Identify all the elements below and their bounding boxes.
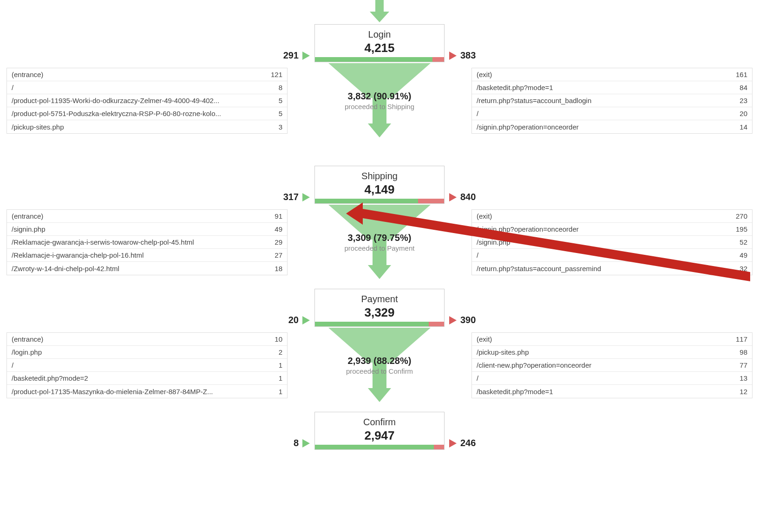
row-value: 77 <box>735 361 747 369</box>
outflow-value: 383 <box>460 50 476 61</box>
entry-arrow-icon <box>368 0 391 25</box>
outflow-count: 390 <box>449 315 476 325</box>
outflow-value: 390 <box>460 315 476 325</box>
arrow-right-green-icon <box>302 193 310 201</box>
arrow-right-red-icon <box>449 439 457 448</box>
outflow-table: (exit)161/basketedit.php?mode=184/return… <box>471 68 752 134</box>
funnel-node: Shipping4,149 <box>314 166 445 204</box>
inflow-count: 317 <box>283 192 310 202</box>
table-row[interactable]: /Reklamacje-gwarancja-i-serwis-towarow-c… <box>7 236 287 249</box>
outflow-count: 246 <box>449 438 476 448</box>
row-path: / <box>477 374 478 382</box>
table-row[interactable]: /pickup-sites.php3 <box>7 120 287 133</box>
inflow-value: 8 <box>294 438 299 448</box>
row-value: 23 <box>735 97 747 104</box>
funnel-diagram: Login4,215291383(entrance)121/8/product-… <box>0 0 759 532</box>
row-value: 117 <box>731 335 747 343</box>
table-row[interactable]: /signin.php?operation=onceorder195 <box>472 223 752 236</box>
svg-marker-3 <box>368 123 391 137</box>
node-count: 4,149 <box>320 182 439 197</box>
arrow-right-red-icon <box>449 316 457 324</box>
row-value: 84 <box>735 84 747 91</box>
proceed-label: proceeded to Shipping <box>319 103 440 110</box>
outflow-value: 840 <box>460 192 476 202</box>
proceed-count: 2,939 (88.28%) <box>319 356 440 366</box>
row-value: 29 <box>270 238 282 246</box>
table-row[interactable]: /product-pol-5751-Poduszka-elektryczna-R… <box>7 107 287 120</box>
funnel-connector: 2,939 (88.28%) proceeded to Confirm <box>324 328 435 407</box>
table-row[interactable]: /signin.php52 <box>472 236 752 249</box>
proceed-label: proceeded to Payment <box>319 244 440 252</box>
table-row[interactable]: /Zwroty-w-14-dni-chelp-pol-42.html18 <box>7 262 287 275</box>
funnel-node: Confirm2,947 <box>314 412 445 450</box>
table-row[interactable]: (entrance)121 <box>7 68 287 81</box>
svg-marker-0 <box>370 0 389 22</box>
table-row[interactable]: /client-new.php?operation=onceorder77 <box>472 359 752 372</box>
row-path: /signin.php <box>477 238 510 246</box>
row-path: /product-pol-17135-Maszynka-do-mielenia-… <box>12 388 213 396</box>
table-row[interactable]: /pickup-sites.php98 <box>472 346 752 359</box>
table-row[interactable]: (exit)161 <box>472 68 752 81</box>
row-value: 98 <box>735 348 747 356</box>
row-path: / <box>12 84 13 91</box>
table-row[interactable]: /return.php?status=account_passremind32 <box>472 262 752 275</box>
table-row[interactable]: /basketedit.php?mode=184 <box>472 81 752 94</box>
row-path: /Zwroty-w-14-dni-chelp-pol-42.html <box>12 265 119 272</box>
proportion-bar <box>315 57 444 62</box>
node-title: Payment <box>320 294 439 305</box>
outflow-value: 246 <box>460 438 476 448</box>
table-row[interactable]: /8 <box>7 81 287 94</box>
table-row[interactable]: /signin.php49 <box>7 223 287 236</box>
table-row[interactable]: /login.php2 <box>7 346 287 359</box>
proportion-bar <box>315 322 444 326</box>
table-row[interactable]: /basketedit.php?mode=112 <box>472 385 752 398</box>
row-value: 20 <box>735 110 747 117</box>
row-value: 18 <box>270 265 282 272</box>
node-count: 4,215 <box>320 41 439 55</box>
table-row[interactable]: /1 <box>7 359 287 372</box>
node-count: 3,329 <box>320 305 439 320</box>
inflow-count: 8 <box>294 438 310 448</box>
inflow-count: 20 <box>288 315 310 325</box>
table-row[interactable]: /product-pol-11935-Worki-do-odkurzaczy-Z… <box>7 94 287 107</box>
inflow-table: (entrance)91/signin.php49/Reklamacje-gwa… <box>7 209 288 275</box>
row-path: /client-new.php?operation=onceorder <box>477 361 591 369</box>
funnel-node: Login4,215 <box>314 24 445 62</box>
row-value: 10 <box>270 335 282 343</box>
table-row[interactable]: (entrance)10 <box>7 333 287 346</box>
table-row[interactable]: /basketedit.php?mode=21 <box>7 372 287 385</box>
row-path: /signin.php?operation=onceorder <box>477 225 579 233</box>
table-row[interactable]: /signin.php?operation=onceorder14 <box>472 120 752 133</box>
arrow-right-red-icon <box>449 193 457 201</box>
node-count: 2,947 <box>320 428 439 443</box>
row-value: 14 <box>735 123 747 131</box>
row-path: (entrance) <box>12 335 43 343</box>
table-row[interactable]: (exit)117 <box>472 333 752 346</box>
funnel-node: Payment3,329 <box>314 289 445 327</box>
table-row[interactable]: (exit)270 <box>472 210 752 223</box>
row-value: 1 <box>274 388 282 396</box>
table-row[interactable]: /return.php?status=account_badlogin23 <box>472 94 752 107</box>
funnel-connector: 3,309 (79.75%) proceeded to Payment <box>324 205 435 284</box>
inflow-table: (entrance)10/login.php2/1/basketedit.php… <box>7 332 288 398</box>
table-row[interactable]: /13 <box>472 372 752 385</box>
row-path: (entrance) <box>12 71 43 78</box>
row-path: /product-pol-11935-Worki-do-odkurzaczy-Z… <box>12 97 219 104</box>
table-row[interactable]: (entrance)91 <box>7 210 287 223</box>
table-row[interactable]: /49 <box>472 249 752 262</box>
inflow-value: 20 <box>288 315 299 325</box>
row-path: /pickup-sites.php <box>12 123 64 131</box>
row-value: 5 <box>274 110 282 117</box>
row-value: 5 <box>274 97 282 104</box>
arrow-right-red-icon <box>449 52 457 60</box>
node-title: Login <box>320 29 439 40</box>
table-row[interactable]: /Reklamacje-i-gwarancja-chelp-pol-16.htm… <box>7 249 287 262</box>
arrow-right-green-icon <box>302 316 310 324</box>
proceed-label: proceeded to Confirm <box>319 367 440 375</box>
row-path: /signin.php <box>12 225 46 233</box>
table-row[interactable]: /product-pol-17135-Maszynka-do-mielenia-… <box>7 385 287 398</box>
row-value: 1 <box>274 374 282 382</box>
outflow-table: (exit)117/pickup-sites.php98/client-new.… <box>471 332 752 398</box>
table-row[interactable]: /20 <box>472 107 752 120</box>
row-value: 1 <box>274 361 282 369</box>
